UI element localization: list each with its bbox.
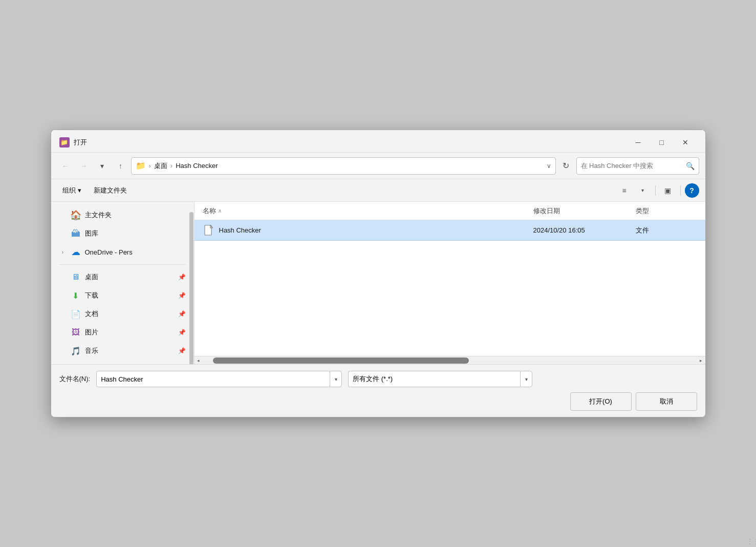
filename-input[interactable] [96,371,330,387]
filetype-value: 所有文件 (*.*) [353,374,393,384]
path-separator-2: › [170,162,172,170]
onedrive-icon: ☁ [71,247,81,257]
photos-icon: 🏔 [71,228,81,239]
filename-label: 文件名(N): [59,374,91,384]
file-name-hash-checker: Hash Checker [219,226,533,234]
pictures-icon: 🖼 [71,327,81,338]
content-area: 🏠 主文件夹 🏔 图库 › ☁ OneDrive - Pers 🖥 桌面 📌 [51,202,705,364]
sidebar-item-pictures[interactable]: 🖼 图片 📌 [51,323,194,342]
h-scroll-left-button[interactable]: ◂ [195,356,203,365]
sidebar-item-documents[interactable]: 📄 文档 📌 [51,305,194,323]
bottom-bar: 文件名(N): ▾ 所有文件 (*.*) ▾ 打开(O) 取消 [51,364,705,417]
view-dropdown-button[interactable]: ▾ [635,182,651,199]
file-icon [203,224,215,237]
file-type-hash-checker: 文件 [636,226,697,235]
toolbar-divider [655,185,656,196]
name-label: 名称 [203,206,216,216]
column-header-date[interactable]: 修改日期 [533,206,636,216]
sidebar-label-pictures: 图片 [85,328,98,337]
organize-arrow-icon: ▾ [78,186,81,194]
toolbar-right: ≡ ▾ ▣ ? [616,182,699,199]
sidebar-item-home[interactable]: 🏠 主文件夹 [51,206,194,224]
sidebar-label-onedrive: OneDrive - Pers [85,248,133,256]
column-header-name[interactable]: 名称 ∧ [203,206,533,216]
sidebar-label-desktop: 桌面 [85,272,98,282]
column-header-row: 名称 ∧ 修改日期 类型 [195,202,705,220]
up-button[interactable]: ↑ [113,158,129,174]
folder-icon: 📁 [136,161,146,171]
new-folder-button[interactable]: 新建文件夹 [89,182,132,199]
sidebar-item-onedrive[interactable]: › ☁ OneDrive - Pers [51,243,194,261]
expand-arrow-icon: › [59,249,67,255]
sidebar-item-downloads[interactable]: ⬇ 下载 📌 [51,286,194,305]
column-header-type[interactable]: 类型 [636,206,697,216]
desktop-icon: 🖥 [71,272,81,282]
sidebar-item-desktop[interactable]: 🖥 桌面 📌 [51,268,194,286]
view-menu-button[interactable]: ≡ [616,182,633,199]
maximize-button[interactable]: □ [650,134,674,151]
filetype-select-container: 所有文件 (*.*) ▾ [348,371,532,387]
h-scroll-right-button[interactable]: ▸ [697,356,705,365]
open-button[interactable]: 打开(O) [570,392,632,411]
dialog-title: 打开 [74,138,627,147]
sidebar-label-home: 主文件夹 [85,211,112,220]
help-button[interactable]: ? [685,183,699,198]
h-scrollbar-track: ◂ ▸ [195,356,705,364]
address-bar-row: ← → ▾ ↑ 📁 › 桌面 › Hash Checker ∨ ↻ 🔍 [51,153,705,179]
file-item-hash-checker[interactable]: Hash Checker 2024/10/20 16:05 文件 [195,220,705,241]
sort-arrow-icon: ∧ [218,208,222,214]
h-scrollbar-area: ◂ ▸ [195,356,705,364]
pin-icon-documents: 📌 [178,310,186,318]
dropdown-history-button[interactable]: ▾ [94,158,111,174]
toolbar-divider-2 [680,185,681,196]
address-box[interactable]: 📁 › 桌面 › Hash Checker ∨ [131,157,556,175]
filename-input-container: ▾ [96,371,342,387]
date-label: 修改日期 [533,206,560,216]
organize-label: 组织 [62,186,76,195]
search-input[interactable] [581,162,683,170]
back-button[interactable]: ← [57,158,74,174]
documents-icon: 📄 [71,309,81,319]
address-dropdown-arrow: ∨ [547,162,551,170]
sidebar-item-music[interactable]: 🎵 音乐 📌 [51,342,194,360]
filename-row: 文件名(N): ▾ 所有文件 (*.*) ▾ [59,371,697,387]
minimize-button[interactable]: ─ [627,134,650,151]
sidebar-scroll-thumb [189,212,193,364]
h-scroll-thumb-area[interactable] [203,356,697,365]
file-open-dialog: 📁 打开 ─ □ ✕ ← → ▾ ↑ 📁 › 桌面 › Hash Checker… [51,130,706,417]
forward-button[interactable]: → [76,158,92,174]
sidebar-label-photos: 图库 [85,229,98,238]
pin-icon: 📌 [178,274,186,281]
sidebar-label-downloads: 下载 [85,291,98,300]
actions-row: 打开(O) 取消 [59,392,697,411]
filename-dropdown-button[interactable]: ▾ [330,371,342,387]
refresh-button[interactable]: ↻ [558,158,574,174]
path-folder: Hash Checker [176,162,218,170]
dialog-icon: 📁 [59,137,70,148]
path-separator-1: › [149,162,151,170]
sidebar-item-photos[interactable]: 🏔 图库 [51,224,194,243]
file-list: 名称 ∧ 修改日期 类型 Has [195,202,705,364]
sidebar-label-documents: 文档 [85,309,98,319]
type-label: 类型 [636,206,649,216]
search-box: 🔍 [576,157,699,175]
title-bar-controls: ─ □ ✕ [627,134,697,151]
pin-icon-pictures: 📌 [178,329,186,336]
new-folder-label: 新建文件夹 [94,186,127,195]
sidebar-label-music: 音乐 [85,346,98,355]
sidebar-divider [59,264,186,265]
filetype-dropdown-button[interactable]: ▾ [520,371,532,387]
h-scroll-thumb [213,357,469,364]
music-icon: 🎵 [71,346,81,356]
downloads-icon: ⬇ [71,290,81,301]
organize-button[interactable]: 组织 ▾ [57,182,87,199]
sidebar-scrollbar[interactable] [189,202,194,364]
toolbar-row: 组织 ▾ 新建文件夹 ≡ ▾ ▣ ? [51,179,705,202]
close-button[interactable]: ✕ [674,134,697,151]
pin-icon-downloads: 📌 [178,292,186,299]
filetype-select-box: 所有文件 (*.*) [348,371,520,387]
pane-toggle-button[interactable]: ▣ [660,182,676,199]
cancel-button[interactable]: 取消 [636,392,697,411]
path-root: 桌面 [154,161,167,171]
file-date-hash-checker: 2024/10/20 16:05 [533,226,636,234]
